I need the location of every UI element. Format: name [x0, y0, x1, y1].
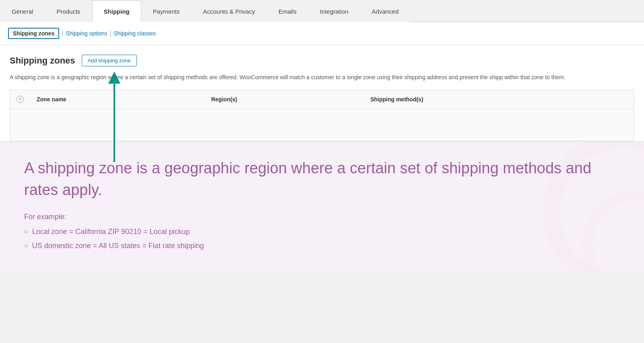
empty-cell-1 [10, 109, 31, 141]
table-header-row: ? Zone name Region(s) Shipping method(s) [10, 90, 634, 109]
help-icon[interactable]: ? [17, 96, 24, 103]
col-zone-name: Zone name [30, 90, 205, 109]
empty-cell-2 [30, 109, 205, 141]
main-content: Shipping zones Add shipping zone A shipp… [0, 45, 644, 141]
table-empty-row [10, 109, 634, 141]
tooltip-heading: A shipping zone is a geographic region w… [24, 158, 620, 200]
tab-navigation: General Products Shipping Payments Accou… [0, 0, 644, 22]
tooltip-panel: A shipping zone is a geographic region w… [0, 141, 644, 271]
tooltip-examples-list: Local zone = California ZIP 90210 = Loca… [24, 228, 620, 250]
tab-integration[interactable]: Integration [308, 0, 360, 22]
tooltip-panel-wrapper: A shipping zone is a geographic region w… [0, 141, 644, 271]
page-wrapper: General Products Shipping Payments Accou… [0, 0, 644, 272]
col-shipping-methods: Shipping method(s) [364, 90, 634, 109]
tab-products[interactable]: Products [45, 0, 92, 22]
col-help: ? [10, 90, 31, 109]
section-title: Shipping zones [10, 55, 75, 66]
add-shipping-zone-button[interactable]: Add shipping zone [82, 55, 137, 66]
tab-general[interactable]: General [0, 0, 45, 22]
subnav-shipping-zones[interactable]: Shipping zones [8, 28, 59, 39]
tab-payments[interactable]: Payments [141, 0, 192, 22]
annotation-container: ? Zone name Region(s) Shipping method(s) [10, 90, 634, 141]
empty-cell-4 [364, 109, 634, 141]
subnav-shipping-classes[interactable]: Shipping classes [114, 30, 156, 37]
tab-emails[interactable]: Emails [267, 0, 308, 22]
empty-cell-3 [205, 109, 364, 141]
tab-accounts-privacy[interactable]: Accounts & Privacy [191, 0, 266, 22]
sub-nav-sep-1: | [62, 30, 63, 37]
sub-navigation: Shipping zones | Shipping options | Ship… [0, 22, 644, 45]
sub-nav-sep-2: | [110, 30, 111, 37]
section-description: A shipping zone is a geographic region w… [10, 73, 634, 82]
col-regions: Region(s) [205, 90, 364, 109]
tooltip-example-label: For example: [24, 213, 620, 221]
tooltip-example-2: US domestic zone = All US states = Flat … [24, 242, 620, 250]
tab-advanced[interactable]: Advanced [360, 0, 411, 22]
subnav-shipping-options[interactable]: Shipping options [66, 30, 107, 37]
tooltip-example-1: Local zone = California ZIP 90210 = Loca… [24, 228, 620, 236]
tab-shipping[interactable]: Shipping [92, 0, 141, 22]
section-header: Shipping zones Add shipping zone [10, 55, 634, 66]
zones-table: ? Zone name Region(s) Shipping method(s) [10, 90, 634, 141]
